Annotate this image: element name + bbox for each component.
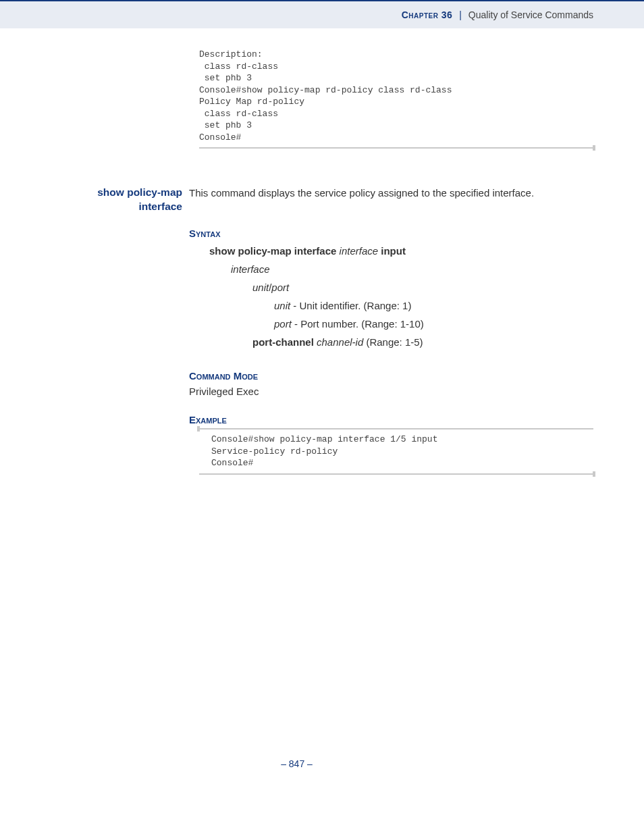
syntax-unit-port: unit/port xyxy=(252,278,593,296)
code-output-block-2: Console#show policy-map interface 1/5 in… xyxy=(199,428,593,475)
command-description: This command displays the service policy… xyxy=(189,186,534,201)
command-name: show policy-map interface xyxy=(0,186,189,214)
page-number: – 847 – xyxy=(0,758,593,789)
command-section: show policy-map interface This command d… xyxy=(0,186,593,214)
syntax-command-line: show policy-map interface interface inpu… xyxy=(209,242,593,260)
syntax-unit-desc: unit - Unit identifier. (Range: 1) xyxy=(274,296,593,315)
code-output-block-1: Description: class rd-class set phb 3 Co… xyxy=(199,49,593,149)
page-body: Description: class rd-class set phb 3 Co… xyxy=(0,28,644,789)
syntax-port-desc: port - Port number. (Range: 1-10) xyxy=(274,315,593,333)
chapter-label: Chapter 36 xyxy=(402,9,453,20)
header-title: Quality of Service Commands xyxy=(468,9,593,20)
syntax-port-channel: port-channel channel-id (Range: 1-5) xyxy=(252,333,593,351)
command-mode-heading: Command Mode xyxy=(189,370,593,382)
header-separator: | xyxy=(459,9,462,20)
command-mode-text: Privileged Exec xyxy=(189,384,593,399)
syntax-interface: interface xyxy=(231,260,593,278)
example-heading: Example xyxy=(189,414,593,425)
syntax-heading: Syntax xyxy=(189,228,593,239)
page-header: Chapter 36 | Quality of Service Commands xyxy=(0,0,644,28)
